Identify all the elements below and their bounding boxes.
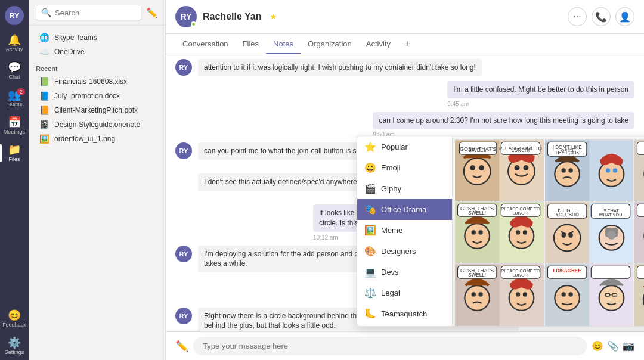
- gif-category-popular[interactable]: ⭐ Popular: [357, 136, 452, 157]
- gif-item[interactable]: THAT'S THINK! PLEASE COME TO LUNCH!: [634, 263, 644, 326]
- svg-text:SWELL!: SWELL!: [468, 147, 488, 153]
- svg-point-18: [568, 168, 572, 172]
- gif-category-label: Teamsquatch: [381, 309, 427, 318]
- add-tab-button[interactable]: ＋: [398, 34, 417, 54]
- profile-button[interactable]: 👤: [615, 7, 634, 26]
- nav-label-teams: Teams: [7, 101, 23, 107]
- svg-text:SWELL!: SWELL!: [468, 272, 486, 278]
- svg-point-97: [523, 292, 527, 296]
- nav-item-chat[interactable]: 💬 Chat: [0, 57, 29, 85]
- svg-text:SWELL!: SWELL!: [468, 210, 486, 216]
- svg-point-49: [509, 224, 534, 249]
- nav-item-teams[interactable]: 👥 Teams 2: [0, 85, 29, 112]
- contact-avatar-wrap: RY: [175, 6, 197, 27]
- gif-item[interactable]: I DISAGREE: [545, 263, 634, 326]
- message-row: can I come up around 2:30? I'm not sure …: [175, 112, 634, 138]
- star-button[interactable]: ★: [270, 12, 277, 21]
- nav-item-meetings[interactable]: 📅 Meetings: [0, 112, 29, 139]
- video-button[interactable]: 📷: [623, 340, 634, 352]
- chat-icon: 💬: [8, 62, 21, 73]
- emoji-icon: 😀: [364, 162, 376, 173]
- message-bubble: I'm a little confused. Might be better t…: [447, 81, 634, 98]
- giphy-icon: 🎬: [364, 183, 376, 194]
- message-row: RY attention to it if it was logically r…: [175, 59, 634, 76]
- gif-category-label: Giphy: [381, 184, 401, 193]
- main-content: RY Rachelle Yan ★ ··· 📞 👤 Conversation F…: [166, 0, 644, 360]
- svg-text:LUNCH!: LUNCH!: [512, 148, 530, 153]
- gif-category-teamsquatch[interactable]: 🦶 Teamsquatch: [357, 303, 452, 324]
- attachment-button[interactable]: 📎: [607, 340, 619, 352]
- sidebar-item-skype-teams[interactable]: 🌐 Skype Teams: [36, 30, 158, 45]
- devs-icon: 💻: [364, 266, 376, 278]
- legal-icon: ⚖️: [364, 287, 376, 299]
- gif-category-designers[interactable]: 🎨 Designers: [357, 241, 452, 262]
- sidebar-item-orderflow[interactable]: 🖼️ orderflow_ui_1.png: [36, 132, 158, 146]
- svg-point-10: [523, 165, 528, 170]
- sidebar-item-label: OneDrive: [54, 48, 85, 56]
- gif-category-legal[interactable]: ⚖️ Legal: [357, 283, 452, 303]
- popular-icon: ⭐: [364, 141, 376, 153]
- svg-point-3: [470, 165, 475, 170]
- svg-point-60: [561, 232, 565, 238]
- sidebar-item-design-styleguide[interactable]: 📓 Design-Styleguide.onenote: [36, 117, 158, 132]
- compose-button[interactable]: ✏️: [146, 7, 158, 18]
- gif-category-emoji[interactable]: 😀 Emoji: [357, 157, 452, 178]
- gif-category-meme[interactable]: 🖼️ Meme: [357, 220, 452, 241]
- attach-button[interactable]: ✏️: [175, 340, 188, 353]
- more-options-button[interactable]: ···: [568, 7, 587, 26]
- tab-conversation[interactable]: Conversation: [175, 35, 236, 54]
- svg-point-23: [599, 162, 624, 187]
- nav-item-feedback[interactable]: 😊 Feedback: [0, 305, 29, 333]
- chat-header: RY Rachelle Yan ★ ··· 📞 👤: [166, 0, 644, 34]
- gif-item[interactable]: GOSH, THAT'S SWELL! PLEASE COME TO LUNCH…: [455, 263, 544, 326]
- nav-avatar[interactable]: RY: [5, 6, 24, 25]
- svg-text:LUNCH!: LUNCH!: [512, 272, 529, 278]
- search-box[interactable]: 🔍: [36, 5, 141, 20]
- svg-point-50: [516, 230, 520, 234]
- gif-category-label: Legal: [381, 288, 400, 297]
- teams-badge: 2: [17, 88, 25, 95]
- nav-item-files[interactable]: 📁 Files: [0, 139, 29, 167]
- svg-point-104: [561, 292, 565, 296]
- tab-files[interactable]: Files: [236, 35, 266, 54]
- svg-text:LUNCH!: LUNCH!: [512, 210, 529, 216]
- gif-category-office-drama[interactable]: 🎭 Office Drama: [357, 199, 452, 220]
- tab-organization[interactable]: Organization: [301, 35, 359, 54]
- search-input[interactable]: [55, 8, 136, 17]
- meetings-icon: 📅: [8, 117, 21, 128]
- gif-category-devs[interactable]: 💻 Devs: [357, 262, 452, 283]
- svg-point-43: [465, 224, 490, 249]
- skype-teams-icon: 🌐: [39, 33, 49, 42]
- call-button[interactable]: 📞: [592, 7, 611, 26]
- nav-item-settings[interactable]: ⚙️ Settings: [0, 333, 29, 360]
- sidebar-item-financials[interactable]: 📗 Financials-160608.xlsx: [36, 75, 158, 89]
- gif-category-label: Emoji: [381, 163, 401, 172]
- svg-rect-77: [637, 204, 644, 216]
- gif-category-label: Popular: [381, 142, 408, 151]
- svg-rect-119: [637, 266, 644, 278]
- sidebar-item-onedrive[interactable]: ☁️ OneDrive: [36, 45, 158, 59]
- files-icon: 📁: [8, 144, 21, 155]
- sidebar-item-label: orderflow_ui_1.png: [54, 135, 115, 143]
- sidebar-item-label: Financials-160608.xlsx: [54, 77, 127, 86]
- message-row: I'm a little confused. Might be better t…: [175, 81, 634, 107]
- tab-activity[interactable]: Activity: [359, 35, 398, 54]
- gif-category-menu: ⭐ Popular 😀 Emoji 🎬 Giphy 🎭 Office Drama…: [357, 136, 453, 326]
- gif-category-giphy[interactable]: 🎬 Giphy: [357, 178, 452, 199]
- svg-point-96: [516, 292, 520, 296]
- svg-point-24: [605, 168, 609, 172]
- emoji-button[interactable]: 😊: [592, 340, 603, 352]
- office-drama-icon: 🎭: [364, 204, 376, 215]
- gif-category-bummer-bert[interactable]: 😞 Bummer Bert: [357, 324, 452, 326]
- tab-notes[interactable]: Notes: [266, 35, 301, 54]
- sidebar-item-july-promotion[interactable]: 📘 July_promotion.docx: [36, 89, 158, 103]
- nav-item-activity[interactable]: 🔔 Activity: [0, 30, 29, 57]
- message-input[interactable]: [193, 337, 587, 355]
- gif-category-label: Designers: [381, 247, 416, 256]
- sidebar-item-client-marketing[interactable]: 📙 Client-MarketingPitch.pptx: [36, 103, 158, 117]
- sidebar-item-label: Design-Styleguide.onenote: [54, 120, 140, 129]
- svg-text:I DISAGREE: I DISAGREE: [553, 268, 581, 274]
- svg-text:OF IT!: OF IT!: [561, 148, 573, 153]
- svg-point-68: [607, 231, 616, 240]
- svg-point-57: [554, 225, 581, 252]
